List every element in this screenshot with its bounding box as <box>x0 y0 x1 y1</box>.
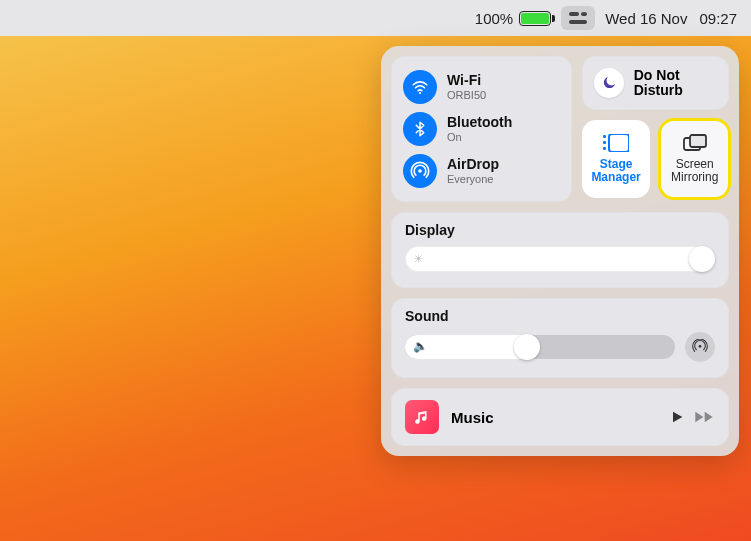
control-center-panel: Wi-Fi ORBI50 Bluetooth On <box>381 46 739 456</box>
screen-mirroring-icon <box>683 134 707 152</box>
moon-icon <box>594 68 624 98</box>
svg-rect-4 <box>603 147 606 150</box>
bluetooth-subtitle: On <box>447 131 512 143</box>
wifi-toggle[interactable]: Wi-Fi ORBI50 <box>403 66 560 108</box>
display-title: Display <box>405 222 715 238</box>
now-playing-card[interactable]: Music <box>391 388 729 446</box>
bluetooth-title: Bluetooth <box>447 115 512 130</box>
wifi-title: Wi-Fi <box>447 73 486 88</box>
menubar-time[interactable]: 09:27 <box>699 10 737 27</box>
control-center-toggle[interactable] <box>561 6 595 30</box>
do-not-disturb-toggle[interactable]: Do Not Disturb <box>582 56 729 110</box>
brightness-icon: ☀︎ <box>413 252 424 266</box>
stage-manager-icon <box>603 134 629 152</box>
next-track-button[interactable] <box>693 409 715 425</box>
slider-thumb[interactable] <box>514 334 540 360</box>
airdrop-title: AirDrop <box>447 157 499 172</box>
control-center-icon <box>569 12 587 24</box>
music-app-icon <box>405 400 439 434</box>
stage-manager-label: Stage Manager <box>591 158 640 183</box>
speaker-icon: 🔈 <box>413 339 428 353</box>
airdrop-icon <box>403 154 437 188</box>
sound-volume-slider[interactable]: 🔈 <box>405 335 675 359</box>
airplay-audio-button[interactable] <box>685 332 715 362</box>
slider-thumb[interactable] <box>689 246 715 272</box>
connectivity-card: Wi-Fi ORBI50 Bluetooth On <box>391 56 572 202</box>
svg-rect-3 <box>603 141 606 144</box>
stage-manager-tile[interactable]: Stage Manager <box>582 120 651 198</box>
desktop-wallpaper: Wi-Fi ORBI50 Bluetooth On <box>0 36 751 541</box>
menubar: 100% Wed 16 Nov 09:27 <box>0 0 751 36</box>
battery-status[interactable]: 100% <box>475 10 551 27</box>
display-card: Display ☀︎ <box>391 212 729 288</box>
bluetooth-toggle[interactable]: Bluetooth On <box>403 108 560 150</box>
svg-rect-7 <box>690 135 706 147</box>
airdrop-toggle[interactable]: AirDrop Everyone <box>403 150 560 192</box>
sound-title: Sound <box>405 308 715 324</box>
svg-point-8 <box>699 345 702 348</box>
do-not-disturb-label: Do Not Disturb <box>634 68 683 97</box>
wifi-icon <box>403 70 437 104</box>
now-playing-title: Music <box>451 409 657 426</box>
screen-mirroring-tile[interactable]: Screen Mirroring <box>660 120 729 198</box>
airdrop-subtitle: Everyone <box>447 173 499 185</box>
svg-point-0 <box>419 92 421 94</box>
battery-icon <box>519 11 551 26</box>
svg-point-1 <box>418 169 422 173</box>
menubar-date[interactable]: Wed 16 Nov <box>605 10 687 27</box>
display-brightness-slider[interactable]: ☀︎ <box>405 246 715 272</box>
wifi-subtitle: ORBI50 <box>447 89 486 101</box>
play-button[interactable] <box>669 409 685 425</box>
battery-percent-label: 100% <box>475 10 513 27</box>
sound-card: Sound 🔈 <box>391 298 729 378</box>
svg-rect-2 <box>603 135 606 138</box>
screen-mirroring-label: Screen Mirroring <box>671 158 718 183</box>
bluetooth-icon <box>403 112 437 146</box>
svg-rect-5 <box>609 134 629 152</box>
airplay-icon <box>692 339 708 355</box>
